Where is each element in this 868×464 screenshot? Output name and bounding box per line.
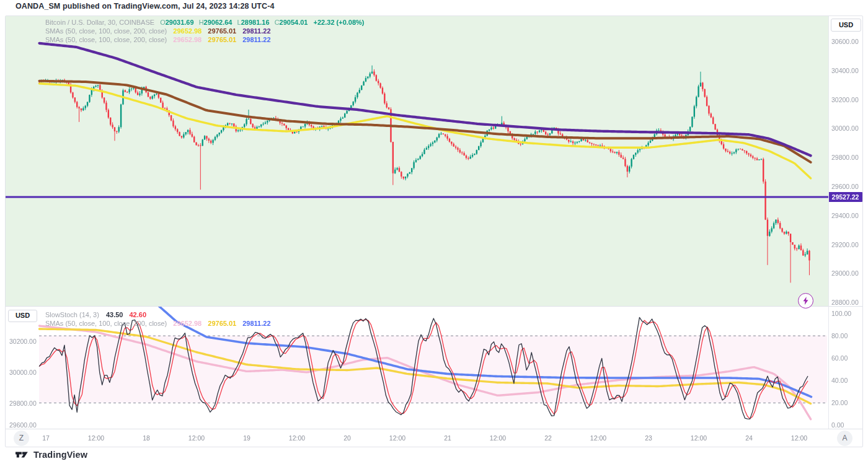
change-value: +22.32 (+0.08%) [314,19,365,26]
sma200-value: 29811.22 [242,27,270,35]
main-price-tick: 29600.00 [831,182,859,191]
sma-row2-label: SMAs (50, close, 100, close, 200, close) [45,36,167,43]
symbol-legend-row: Bitcoin / U.S. Dollar, 30, COINBASE O290… [45,18,365,27]
tradingview-branding[interactable]: TradingView [16,450,87,460]
main-price-tick: 30000.00 [831,124,859,133]
quick-trade-button[interactable] [798,293,813,309]
stoch-value-tick: 60.00 [831,354,848,362]
stoch-value-tick: 40.00 [831,376,848,385]
sma100-value: 29765.01 [208,27,236,35]
stoch-price-tick: 30000.00 [9,368,37,377]
high-value: 29062.64 [204,19,232,26]
pane-divider[interactable] [6,306,862,307]
stoch-sma100-value: 29765.01 [208,320,236,327]
time-tick: 12:00 [685,433,712,443]
stoch-value-tick: 20.00 [831,398,848,407]
time-tick: 12:00 [786,433,813,443]
sma50-value-2: 29652.98 [173,36,202,43]
publish-info: OANDA_SM published on TradingView.com, J… [16,2,275,11]
timezone-button[interactable]: Z [14,431,29,446]
time-tick: 18 [133,433,160,443]
sma-row1-label: SMAs (50, close, 100, close, 200, close) [45,27,167,35]
time-tick: 12:00 [283,433,311,443]
low-value: 28981.16 [241,19,270,26]
time-tick: 21 [434,433,461,443]
tradingview-logo-icon [16,451,29,459]
stoch-k-value: 43.50 [106,311,123,318]
stoch-sma-legend-row: SMAs (50, close, 100, close, 200, close)… [45,319,271,328]
chart-canvas[interactable] [6,16,862,446]
main-price-tick: 29200.00 [831,240,859,249]
time-tick: 12:00 [585,433,612,443]
time-tick: 23 [635,433,662,443]
time-tick: 22 [534,433,562,443]
price-axis-divider [828,16,829,429]
sma200-value-2: 29811.22 [242,36,270,43]
lightning-icon [802,297,809,305]
time-axis-divider [6,429,862,429]
main-price-tick: 29000.00 [831,269,859,278]
close-label: C [275,19,280,26]
stoch-price-tick: 29600.00 [9,421,37,429]
price-line-tag: 29527.22 [828,192,862,202]
main-price-tick: 29800.00 [831,153,859,162]
stoch-sma50-value: 29652.98 [173,320,202,327]
main-price-tick: 29400.00 [831,211,859,220]
stoch-sma-label: SMAs (50, close, 100, close, 200, close) [45,320,167,327]
tradingview-wordmark: TradingView [33,450,87,460]
symbol-title: Bitcoin / U.S. Dollar, 30, COINBASE [45,19,154,26]
stoch-price-tick: 29800.00 [9,399,37,408]
stoch-price-tick: 30200.00 [9,337,37,346]
sma100-value-2: 29765.01 [208,36,236,43]
time-tick: 19 [233,433,260,443]
main-currency-button[interactable]: USD [831,19,861,32]
chart-widget: Bitcoin / U.S. Dollar, 30, COINBASE O290… [5,15,863,447]
open-label: O [160,19,166,26]
open-value: 29031.69 [166,19,194,26]
stoch-legend-row: SlowStoch (14, 3) 43.50 42.60 [45,310,146,319]
time-tick: 12:00 [183,433,210,443]
time-tick: 12:00 [484,433,512,443]
stoch-value-tick: 100.00 [831,309,851,318]
stoch-value-tick: 0.00 [831,421,844,429]
sma-legend-row-1: SMAs (50, close, 100, close, 200, close)… [45,27,271,35]
sma-legend-row-2: SMAs (50, close, 100, close, 200, close)… [45,35,271,44]
stoch-currency-button[interactable]: USD [8,310,37,322]
high-label: H [199,19,204,26]
time-tick: 12:00 [82,433,110,443]
main-price-tick: 30400.00 [831,66,859,75]
time-tick: 20 [334,433,361,443]
stoch-d-value: 42.60 [129,311,146,318]
main-price-tick: 30200.00 [831,95,859,104]
stoch-sma200-value: 29811.22 [242,320,270,327]
time-tick: 24 [735,433,763,443]
stoch-title: SlowStoch (14, 3) [45,311,99,318]
main-price-tick: 30600.00 [831,37,859,46]
stoch-value-tick: 80.00 [831,331,848,340]
published-chart-page: OANDA_SM published on TradingView.com, J… [0,0,868,464]
auto-scale-button[interactable]: A [837,431,852,446]
sma50-value: 29652.98 [173,27,202,35]
time-tick: 12:00 [384,433,411,443]
close-value: 29054.01 [280,19,308,26]
time-tick: 17 [32,433,60,443]
